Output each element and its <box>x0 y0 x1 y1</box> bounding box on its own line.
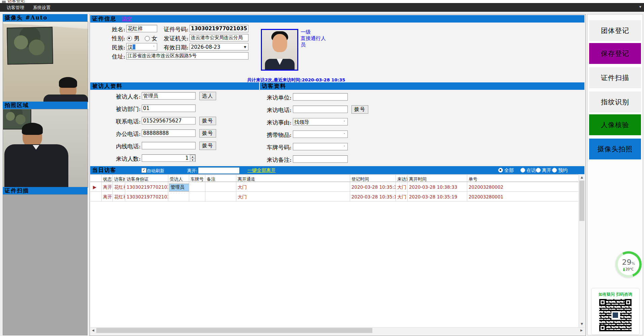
group-register-button[interactable]: 团体登记 <box>589 20 641 41</box>
col-status[interactable]: 状态 <box>102 175 113 182</box>
window-title: 访客登记 <box>7 0 25 3</box>
gender-female-radio[interactable] <box>145 36 150 41</box>
col-order-no[interactable]: 单号 <box>467 175 578 182</box>
menu-item-system-settings[interactable]: 系统设置 <box>31 5 53 11</box>
filter-all-radio[interactable] <box>498 168 503 173</box>
filter-left[interactable]: 离开 <box>536 167 551 174</box>
clear-link[interactable]: 清空 <box>122 16 132 22</box>
col-register-time[interactable]: 登记时间 <box>350 175 396 182</box>
dial-button-office[interactable]: 拨号 <box>199 129 216 138</box>
dropdown-arrow-icon[interactable]: ▼ <box>242 44 248 50</box>
col-visit-channel[interactable]: 来访通道 <box>396 175 408 182</box>
selected-cell[interactable]: 管理员 <box>170 184 189 191</box>
filter-reserved-radio[interactable] <box>552 168 557 173</box>
chevron-down-icon[interactable]: ˅ <box>342 131 347 137</box>
gender-male-radio[interactable] <box>127 36 132 41</box>
filter-visiting-radio[interactable] <box>520 168 525 173</box>
col-visitor-name[interactable]: 访客姓名 <box>113 175 125 182</box>
id-scan-button[interactable]: 证件扫描 <box>589 67 641 88</box>
cell-plate[interactable] <box>189 192 205 201</box>
ethnicity-combo[interactable]: 汉 ˅ <box>126 43 157 50</box>
cell-visit-channel[interactable]: 大门 <box>396 192 408 201</box>
cell-visitor-id[interactable]: 130302197702103558 <box>125 192 168 201</box>
col-visitor-id[interactable]: 访客身份证 <box>125 175 168 182</box>
cell-visitor-name[interactable]: 花红祥 <box>113 182 125 192</box>
leave-input[interactable] <box>198 167 240 174</box>
cell-plate[interactable] <box>189 182 205 192</box>
select-person-button[interactable]: 选人 <box>199 92 216 100</box>
cell-register-time[interactable]: 2020-03-28 10:35:30 <box>350 182 396 192</box>
host-dept-input[interactable] <box>142 105 196 112</box>
cell-order-no[interactable]: 202003280002 <box>467 182 578 192</box>
col-note[interactable]: 备注 <box>205 175 236 182</box>
cell-host[interactable] <box>168 192 189 201</box>
cell-leave-time[interactable]: 2020-03-28 10:38:33 <box>408 182 467 192</box>
filter-visiting[interactable]: 在访 <box>520 167 536 174</box>
host-name-label: 被访人名: <box>101 93 141 101</box>
vscroll-thumb[interactable] <box>579 181 584 221</box>
cell-status[interactable]: 离开 <box>102 192 113 201</box>
name-input[interactable] <box>126 25 157 32</box>
chevron-down-icon[interactable]: ˅ <box>342 144 347 150</box>
table-row[interactable]: ▶ 离开 花红祥 130302197702103558 管理员 大门 2020-… <box>90 182 578 192</box>
fingerprint-button[interactable]: 指纹识别 <box>589 91 641 112</box>
scroll-left-icon[interactable]: ◀ <box>90 328 96 333</box>
cell-leave-time[interactable]: 2020-03-28 10:35:19 <box>408 192 467 201</box>
cell-visitor-name[interactable]: 花红祥 <box>113 192 125 201</box>
visit-reason-combo[interactable]: 找领导 ˅ <box>293 118 348 125</box>
filter-reserved[interactable]: 预约 <box>552 167 568 174</box>
visit-note-input[interactable] <box>293 155 348 163</box>
spinner-down-icon[interactable]: ▼ <box>190 158 195 162</box>
save-register-button[interactable]: 保存登记 <box>589 43 641 64</box>
chevron-down-icon[interactable]: ▾ <box>639 4 641 9</box>
cell-visit-channel[interactable]: 大门 <box>396 182 408 192</box>
cell-leave-channel[interactable]: 大门 <box>236 182 350 192</box>
scroll-down-icon[interactable]: ▼ <box>579 321 585 327</box>
scroll-up-icon[interactable]: ▲ <box>579 175 585 180</box>
leave-all-link[interactable]: 一键全部离开 <box>247 167 276 174</box>
visit-unit-input[interactable] <box>293 93 348 101</box>
cell-visitor-id[interactable]: 130302197702103558 <box>125 182 168 192</box>
visit-phone-input[interactable] <box>293 106 348 113</box>
internal-phone-input[interactable] <box>142 142 196 149</box>
auto-refresh-checkbox[interactable]: ✓ <box>141 168 146 173</box>
dial-button-visitor[interactable]: 拨号 <box>351 105 368 114</box>
face-verify-button[interactable]: 人像核验 <box>589 114 641 135</box>
table-row[interactable]: 离开 花红祥 130302197702103558 大门 2020-03-28 … <box>90 192 578 201</box>
table-vscrollbar[interactable]: ▲ ▼ <box>579 175 585 327</box>
col-host[interactable]: 受访人 <box>168 175 189 182</box>
issuing-authority-input[interactable] <box>190 34 248 41</box>
chevron-down-icon[interactable]: ˅ <box>151 44 157 50</box>
filter-all[interactable]: 全部 <box>498 167 514 174</box>
carried-items-combo[interactable]: ˅ <box>293 130 348 138</box>
cell-note[interactable] <box>205 192 236 201</box>
chevron-down-icon[interactable]: ˅ <box>342 119 347 125</box>
cell-host[interactable]: 管理员 <box>168 182 189 192</box>
cell-status[interactable]: 离开 <box>102 182 113 192</box>
contact-phone-input[interactable] <box>142 117 196 124</box>
menu-item-visitor-management[interactable]: 访客管理 <box>5 5 26 11</box>
dial-button-internal[interactable]: 拨号 <box>199 142 216 150</box>
address-input[interactable] <box>126 52 248 60</box>
cell-order-no[interactable]: 202003280001 <box>467 192 578 201</box>
cell-register-time[interactable]: 2020-03-28 10:35:12 <box>350 192 396 201</box>
office-phone-input[interactable] <box>142 129 196 137</box>
filter-left-radio[interactable] <box>536 168 541 173</box>
table-hscrollbar[interactable]: ◀ ▶ <box>90 327 584 333</box>
col-leave-time[interactable]: 离开时间 <box>408 175 467 182</box>
col-leave-channel[interactable]: 离开通道 <box>236 175 350 182</box>
cell-note[interactable] <box>205 182 236 192</box>
plate-number-combo[interactable]: ˅ <box>293 143 348 150</box>
camera-capture-button[interactable]: 摄像头拍照 <box>589 139 641 159</box>
col-plate[interactable]: 车牌号 <box>189 175 205 182</box>
current-row-marker-icon: ▶ <box>90 182 102 192</box>
dial-button-contact[interactable]: 拨号 <box>199 117 216 125</box>
visitor-info-header: 访客资料 <box>260 82 584 90</box>
cell-leave-channel[interactable]: 大门 <box>236 192 350 201</box>
host-name-input[interactable] <box>142 92 196 100</box>
scroll-right-icon[interactable]: ▶ <box>579 328 584 333</box>
valid-date-combo[interactable]: 2026-08-23 ▼ <box>190 43 248 50</box>
visitor-count-input[interactable] <box>142 154 196 162</box>
hscroll-thumb[interactable] <box>96 328 372 333</box>
id-number-input[interactable] <box>190 25 248 32</box>
